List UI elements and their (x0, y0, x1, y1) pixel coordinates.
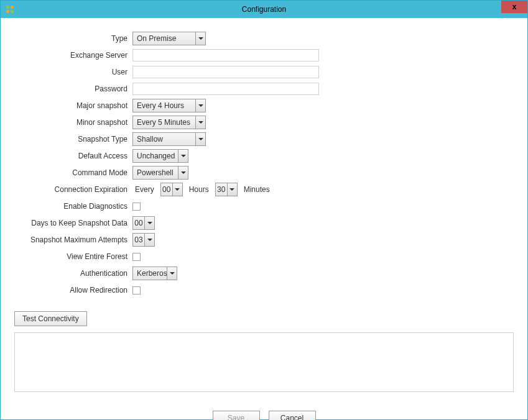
close-button[interactable]: x (501, 1, 527, 13)
authentication-label: Authentication (14, 269, 132, 278)
every-text: Every (132, 185, 157, 194)
snapshot-type-dropdown[interactable]: Shallow (132, 132, 206, 146)
app-icon (5, 4, 15, 14)
enable-diagnostics-label: Enable Diagnostics (14, 202, 132, 211)
allow-redirection-label: Allow Redirection (14, 286, 132, 294)
password-input[interactable] (132, 83, 319, 95)
max-attempts-label: Snapshot Maximum Attempts (14, 235, 132, 244)
titlebar: Configuration x (1, 1, 527, 18)
configuration-window: Configuration x Type On Premise Exchange… (0, 0, 528, 420)
chevron-down-icon (144, 217, 154, 229)
enable-diagnostics-checkbox[interactable] (132, 203, 141, 211)
chevron-down-icon (178, 167, 188, 179)
hours-text: Hours (187, 185, 211, 194)
connection-expiration-label: Connection Expiration (14, 185, 132, 194)
svg-point-1 (11, 6, 14, 9)
chevron-down-icon (172, 183, 182, 196)
save-button[interactable]: Save (213, 411, 260, 420)
connection-minutes-dropdown[interactable]: 30 (215, 183, 238, 196)
configuration-form: Type On Premise Exchange Server User (14, 32, 514, 420)
max-attempts-dropdown[interactable]: 03 (132, 233, 155, 247)
svg-point-3 (11, 10, 14, 13)
type-dropdown[interactable]: On Premise (132, 32, 206, 45)
minutes-text: Minutes (241, 185, 272, 194)
output-textarea[interactable] (14, 332, 514, 392)
connection-hours-dropdown[interactable]: 00 (160, 183, 183, 196)
content-area: Type On Premise Exchange Server User (1, 18, 527, 420)
chevron-down-icon (227, 183, 237, 196)
cancel-button[interactable]: Cancel (269, 411, 316, 420)
password-label: Password (14, 84, 132, 93)
days-keep-dropdown[interactable]: 00 (132, 216, 155, 230)
chevron-down-icon (167, 267, 177, 280)
view-forest-checkbox[interactable] (132, 253, 141, 261)
default-access-label: Default Access (14, 152, 132, 160)
close-icon: x (512, 2, 517, 11)
window-title: Configuration (1, 5, 527, 14)
major-snapshot-dropdown[interactable]: Every 4 Hours (132, 99, 206, 112)
user-label: User (14, 68, 132, 76)
major-snapshot-label: Major snapshot (14, 101, 132, 110)
exchange-server-label: Exchange Server (14, 51, 132, 60)
type-label: Type (14, 34, 132, 43)
allow-redirection-checkbox[interactable] (132, 286, 141, 294)
authentication-dropdown[interactable]: Kerberos (132, 267, 177, 280)
chevron-down-icon (195, 99, 205, 112)
user-input[interactable] (132, 66, 319, 78)
command-mode-label: Command Mode (14, 168, 132, 177)
days-keep-label: Days to Keep Snapshot Data (14, 219, 132, 227)
dialog-button-row: Save Cancel (14, 411, 514, 420)
chevron-down-icon (195, 32, 205, 45)
test-connectivity-button[interactable]: Test Connectivity (14, 311, 87, 326)
svg-point-0 (6, 6, 9, 9)
minor-snapshot-label: Minor snapshot (14, 118, 132, 127)
exchange-server-input[interactable] (132, 49, 319, 62)
minor-snapshot-dropdown[interactable]: Every 5 Minutes (132, 116, 206, 129)
chevron-down-icon (195, 133, 205, 145)
chevron-down-icon (195, 116, 205, 129)
snapshot-type-label: Snapshot Type (14, 135, 132, 144)
view-forest-label: View Entire Forest (14, 252, 132, 261)
default-access-dropdown[interactable]: Unchanged (132, 149, 188, 163)
svg-point-2 (6, 10, 9, 13)
chevron-down-icon (144, 234, 154, 246)
command-mode-dropdown[interactable]: Powershell (132, 166, 188, 180)
chevron-down-icon (178, 150, 188, 162)
